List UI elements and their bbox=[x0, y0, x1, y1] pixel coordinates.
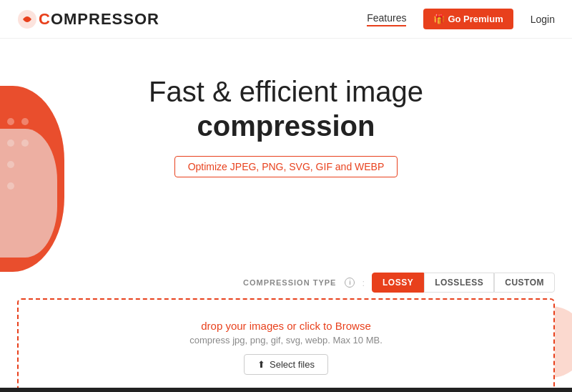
hero-title: Fast & efficient image compression bbox=[149, 74, 423, 143]
logo-c: C bbox=[39, 10, 51, 28]
dropzone[interactable]: drop your images or click to Browse comp… bbox=[17, 298, 555, 392]
go-premium-button[interactable]: 🎁 Go Premium bbox=[423, 9, 513, 29]
main-content: Fast & efficient image compression Optim… bbox=[0, 39, 572, 177]
premium-label: Go Premium bbox=[448, 14, 503, 24]
hero-title-line2: compression bbox=[149, 109, 423, 143]
nav-features-link[interactable]: Features bbox=[367, 12, 406, 26]
type-custom-button[interactable]: CUSTOM bbox=[494, 273, 555, 293]
compression-type-buttons: LOSSY LOSSLESS CUSTOM bbox=[372, 273, 555, 293]
logo-icon bbox=[17, 9, 37, 29]
header: COMPRESSOR Features 🎁 Go Premium Login bbox=[0, 0, 572, 39]
nav: Features 🎁 Go Premium Login bbox=[367, 9, 555, 29]
select-files-label: Select files bbox=[270, 359, 315, 370]
hero-title-line1: Fast & efficient image bbox=[149, 76, 423, 107]
separator: : bbox=[362, 278, 365, 288]
bottom-bar bbox=[0, 388, 572, 392]
hero-subtitle: Optimize JPEG, PNG, SVG, GIF and WEBP bbox=[174, 156, 398, 177]
dropzone-primary-text: drop your images or click to Browse bbox=[201, 320, 371, 332]
type-lossless-button[interactable]: LOSSLESS bbox=[424, 273, 494, 293]
login-link[interactable]: Login bbox=[531, 14, 555, 25]
logo[interactable]: COMPRESSOR bbox=[17, 9, 159, 29]
dropzone-secondary-text: compress jpg, png, gif, svg, webp. Max 1… bbox=[189, 335, 383, 346]
logo-rest: OMPRESSOR bbox=[51, 10, 159, 28]
compression-info-icon[interactable]: i bbox=[345, 278, 355, 288]
upload-icon: ⬆ bbox=[257, 359, 265, 370]
select-files-button[interactable]: ⬆ Select files bbox=[244, 354, 328, 375]
compression-type-label: COMPRESSION TYPE bbox=[243, 278, 336, 287]
compression-type-row: COMPRESSION TYPE i : LOSSY LOSSLESS CUST… bbox=[17, 273, 555, 293]
type-lossy-button[interactable]: LOSSY bbox=[372, 273, 424, 293]
logo-text: COMPRESSOR bbox=[39, 10, 159, 29]
premium-icon: 🎁 bbox=[433, 14, 445, 24]
compression-section: COMPRESSION TYPE i : LOSSY LOSSLESS CUST… bbox=[0, 273, 572, 392]
